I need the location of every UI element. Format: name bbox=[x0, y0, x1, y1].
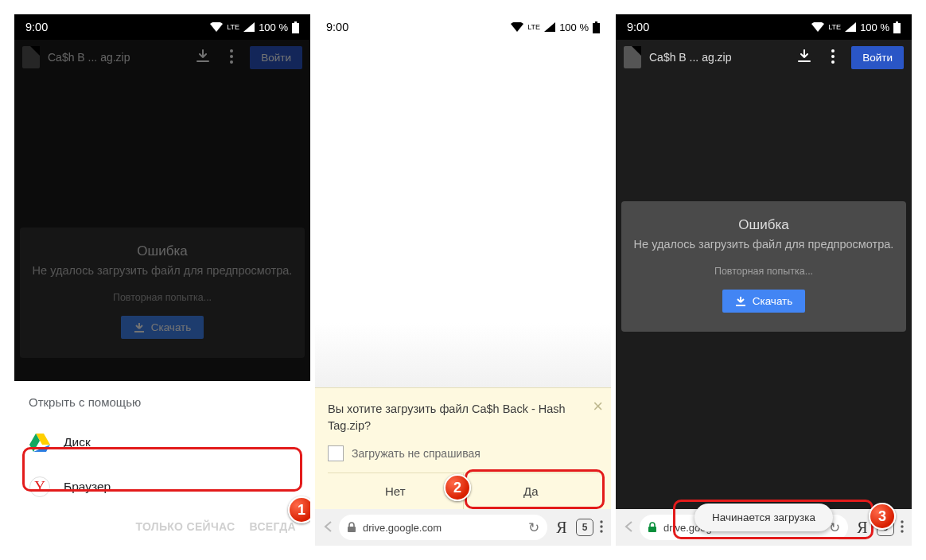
reload-icon[interactable]: ↻ bbox=[528, 519, 539, 536]
clock: 9:00 bbox=[627, 21, 649, 33]
browser-bottom-bar: drive.google.com ↻ Я 5 bbox=[315, 509, 611, 546]
sheet-item-disk[interactable]: Диск bbox=[14, 420, 310, 465]
svg-point-14 bbox=[600, 525, 602, 527]
svg-point-20 bbox=[831, 60, 835, 64]
svg-point-13 bbox=[600, 520, 602, 523]
download-button[interactable]: Скачать bbox=[121, 316, 204, 339]
battery-icon bbox=[893, 21, 901, 33]
svg-rect-1 bbox=[294, 21, 297, 23]
error-card: Ошибка Не удалось загрузить файл для пре… bbox=[621, 201, 906, 332]
more-icon[interactable] bbox=[600, 520, 603, 535]
clock: 9:00 bbox=[25, 21, 48, 33]
status-bar: 9:00 LTE 100 % bbox=[315, 14, 611, 40]
yes-button[interactable]: Да bbox=[463, 473, 599, 509]
download-icon[interactable] bbox=[794, 49, 815, 66]
battery-pct: 100 % bbox=[559, 21, 589, 33]
status-icons: LTE 100 % bbox=[811, 21, 901, 33]
svg-point-23 bbox=[901, 525, 903, 527]
yandex-icon[interactable]: Я bbox=[854, 519, 870, 537]
status-bar: 9:00 LTE 100 % bbox=[14, 14, 310, 40]
lock-icon bbox=[648, 522, 659, 533]
download-button[interactable]: Скачать bbox=[722, 290, 806, 313]
download-arrow-icon bbox=[735, 296, 746, 307]
back-icon[interactable] bbox=[624, 520, 633, 535]
download-button-label: Скачать bbox=[753, 295, 793, 307]
download-button-label: Скачать bbox=[151, 321, 192, 333]
battery-icon bbox=[292, 21, 299, 33]
address-bar[interactable]: drive.google.com ↻ bbox=[339, 515, 547, 540]
yandex-icon[interactable]: Я bbox=[554, 519, 570, 537]
sheet-item-browser[interactable]: Y Браузер bbox=[14, 465, 310, 509]
sheet-item-label: Браузер bbox=[64, 480, 111, 494]
always-button[interactable]: ВСЕГДА bbox=[250, 520, 297, 533]
status-icons: LTE 100 % bbox=[511, 21, 600, 33]
svg-point-19 bbox=[831, 55, 835, 58]
step-badge-2: 2 bbox=[444, 474, 471, 501]
file-icon bbox=[22, 46, 40, 68]
status-icons: LTE 100 % bbox=[210, 21, 299, 33]
svg-text:Y: Y bbox=[34, 478, 45, 495]
sheet-title: Открыть с помощью bbox=[14, 395, 310, 420]
drive-appbar: Ca$h B ... ag.zip Войти bbox=[616, 40, 912, 75]
svg-point-18 bbox=[831, 49, 835, 52]
drive-app-icon bbox=[29, 431, 51, 453]
retry-label[interactable]: Повторная попытка... bbox=[28, 292, 297, 303]
back-icon[interactable] bbox=[323, 520, 333, 535]
login-button[interactable]: Войти bbox=[250, 46, 302, 69]
svg-rect-12 bbox=[348, 527, 356, 532]
svg-point-4 bbox=[230, 60, 233, 64]
wifi-icon bbox=[511, 22, 523, 32]
dont-ask-row[interactable]: Загружать не спрашивая bbox=[328, 445, 598, 461]
retry-label[interactable]: Повторная попытка... bbox=[629, 266, 898, 277]
sheet-item-label: Диск bbox=[64, 435, 91, 449]
open-with-sheet: Открыть с помощью Диск Y Браузер ТОЛЬКО … bbox=[14, 381, 310, 546]
svg-rect-21 bbox=[648, 527, 656, 532]
svg-point-24 bbox=[901, 530, 903, 532]
sheet-actions: ТОЛЬКО СЕЙЧАС ВСЕГДА bbox=[14, 509, 310, 536]
file-name: Ca$h B ... ag.zip bbox=[649, 51, 786, 64]
step-badge-3: 3 bbox=[869, 503, 896, 530]
browser-body: × Вы хотите загрузить файл Ca$h Back - H… bbox=[315, 40, 611, 546]
lte-label: LTE bbox=[828, 24, 841, 31]
svg-point-22 bbox=[901, 520, 903, 523]
download-arrow-icon bbox=[134, 322, 145, 333]
step-badge-1: 1 bbox=[288, 496, 310, 523]
svg-rect-10 bbox=[593, 23, 600, 33]
lte-label: LTE bbox=[527, 24, 540, 31]
svg-point-15 bbox=[600, 530, 602, 532]
signal-icon bbox=[845, 22, 856, 32]
status-bar: 9:00 LTE 100 % bbox=[616, 14, 912, 40]
only-now-button[interactable]: ТОЛЬКО СЕЙЧАС bbox=[135, 520, 235, 533]
yandex-app-icon: Y bbox=[29, 476, 51, 498]
error-title: Ошибка bbox=[629, 217, 898, 233]
lte-label: LTE bbox=[227, 24, 239, 31]
error-message: Не удалось загрузить файл для предпросмо… bbox=[28, 262, 297, 279]
file-name: Ca$h B ... ag.zip bbox=[48, 51, 185, 64]
wifi-icon bbox=[811, 22, 824, 32]
wifi-icon bbox=[210, 22, 223, 32]
close-icon[interactable]: × bbox=[593, 396, 603, 417]
download-icon[interactable] bbox=[193, 49, 213, 66]
login-button[interactable]: Войти bbox=[851, 46, 904, 69]
file-icon bbox=[624, 46, 641, 68]
battery-pct: 100 % bbox=[860, 21, 889, 33]
battery-pct: 100 % bbox=[259, 21, 288, 33]
signal-icon bbox=[544, 22, 555, 32]
tabs-button[interactable]: 5 bbox=[576, 519, 593, 536]
more-icon[interactable] bbox=[221, 49, 242, 66]
drive-dark-area: Ошибка Не удалось загрузить файл для пре… bbox=[616, 75, 912, 546]
phone-3: 9:00 LTE 100 % Ca$h B ... ag.zip Войти О… bbox=[616, 14, 912, 546]
more-icon[interactable] bbox=[901, 520, 904, 535]
error-title: Ошибка bbox=[28, 243, 297, 259]
checkbox[interactable] bbox=[328, 445, 344, 461]
svg-rect-11 bbox=[595, 21, 597, 23]
battery-icon bbox=[593, 21, 600, 33]
prompt-text: Вы хотите загрузить файл Ca$h Back - Has… bbox=[328, 401, 598, 434]
no-button[interactable]: Нет bbox=[328, 473, 463, 509]
download-toast: Начинается загрузка bbox=[694, 504, 833, 531]
svg-point-3 bbox=[230, 55, 233, 58]
error-message: Не удалось загрузить файл для предпросмо… bbox=[629, 236, 898, 253]
url-text: drive.google.com bbox=[363, 522, 442, 534]
more-icon[interactable] bbox=[823, 49, 843, 66]
svg-rect-16 bbox=[893, 23, 901, 33]
